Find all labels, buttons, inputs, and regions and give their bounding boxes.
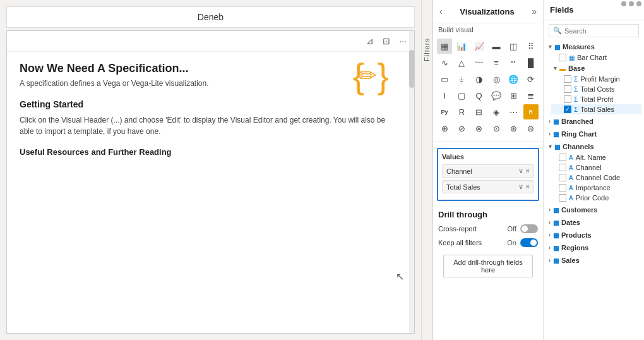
field-item-profitmargin[interactable]: Σ Profit Margin [551,74,641,84]
viz-table-icon[interactable]: ▦ [437,39,452,54]
more-btn[interactable]: ··· [397,35,409,47]
viz-pie-icon[interactable]: ◑ [472,71,487,87]
scroll-thumb[interactable] [409,50,414,88]
close-icon2[interactable]: × [526,183,530,191]
base-header[interactable]: ▾ ▬ Base [551,63,641,74]
close-icon[interactable]: × [526,167,530,175]
viz-kpi-icon[interactable]: Ⅰ [437,88,452,103]
channelcode-checkbox[interactable] [559,174,566,181]
regions-label: Regions [561,244,588,252]
expand-btn[interactable]: » [530,5,538,18]
filter-btn[interactable]: ⊿ [364,35,376,47]
ringchart-header[interactable]: › ▦ Ring Chart [546,128,641,140]
viz-line-icon[interactable]: 📈 [472,39,487,54]
fields-list: ▾ ▦ Measures ▦ Bar Chart ▾ ▬ Base Σ [544,41,644,340]
measures-header[interactable]: ▾ ▦ Measures [546,41,641,52]
table-icon7: ▦ [553,219,559,226]
keep-filters-track[interactable] [520,238,538,247]
priorcode-checkbox[interactable] [559,194,566,202]
text-icon5: A [569,195,573,202]
field-item-importance[interactable]: A Importance [546,183,641,193]
products-header[interactable]: › ▦ Products [546,229,641,241]
filters-panel[interactable]: Filters [421,0,432,340]
viz-py-icon[interactable]: Py [437,104,452,119]
viz-column-icon[interactable]: █ [523,55,539,70]
viz-extra2-icon[interactable]: ⊘ [454,121,469,136]
customers-header[interactable]: › ▦ Customers [546,204,641,216]
viz-panel-header: ‹ Visualizations » [433,0,543,23]
totalsales-checkbox[interactable]: ✓ [564,106,571,113]
scroll-bar[interactable] [409,31,414,333]
channels-header[interactable]: ▾ ▦ Channels [546,141,641,152]
totalcosts-label: Total Costs [580,85,614,93]
chevron-right-icon: › [549,118,551,124]
viz-triangle-icon[interactable]: △ [454,55,469,70]
collapse-btn[interactable]: ‹ [438,5,444,18]
field-item-priorcode[interactable]: A Prior Code [546,193,641,203]
totalprofit-checkbox[interactable] [564,95,571,103]
viz-custom2-icon[interactable]: R [523,104,539,119]
field-item-totalsales[interactable]: ✓ Σ Total Sales [551,104,641,114]
base-label: Base [568,64,585,72]
field-item-barchart[interactable]: ▦ Bar Chart [546,52,641,63]
viz-donut-icon[interactable]: ◎ [489,71,504,87]
field-item-totalcosts[interactable]: Σ Total Costs [551,84,641,94]
chevron-right-icon5: › [549,232,551,238]
keep-filters-toggle[interactable]: On [507,238,538,247]
viz-funnel-icon[interactable]: ⏚ [454,71,469,87]
cross-report-toggle[interactable]: Off [508,224,538,233]
altname-checkbox[interactable] [559,154,566,161]
viz-r-icon[interactable]: R [454,104,469,119]
cross-report-track[interactable] [520,224,538,233]
totalcosts-checkbox[interactable] [564,85,571,93]
barchart-checkbox[interactable] [559,54,566,61]
viz-hbar-icon[interactable]: ▭ [437,71,452,87]
field-item-channelcode[interactable]: A Channel Code [546,173,641,183]
viz-multibar-icon[interactable]: ≡ [489,55,504,70]
add-drill-button[interactable]: Add drill-through fields here [443,255,533,277]
viz-card-icon[interactable]: ▢ [454,88,469,103]
viz-map-icon[interactable]: 🌐 [506,71,521,87]
focus-btn[interactable]: ⊡ [380,35,393,47]
regions-header[interactable]: › ▦ Regions [546,242,641,253]
viz-extra3-icon[interactable]: ⊗ [472,121,487,136]
branched-header[interactable]: › ▦ Branched [546,116,641,127]
field-item-channel[interactable]: A Channel [546,162,641,173]
viz-dotplot-icon[interactable]: ⠒ [506,55,521,70]
viz-custom1-icon[interactable]: ⋯ [506,104,521,119]
value-field-channel[interactable]: Channel ∨ × [442,164,534,178]
viz-area-icon[interactable]: ◫ [506,39,521,54]
canvas-toolbar: ⊿ ⊡ ··· [7,31,414,52]
viz-slicer-icon[interactable]: ≣ [523,88,539,103]
viz-ribbon-icon[interactable]: ∿ [437,55,452,70]
importance-checkbox[interactable] [559,184,566,191]
viz-gauge-icon[interactable]: ⟳ [523,71,539,87]
profitmargin-checkbox[interactable] [564,75,571,83]
viz-wave-icon[interactable]: 〰 [472,55,487,70]
viz-grid2-icon[interactable]: ⊟ [472,104,487,119]
field-item-totalprofit[interactable]: Σ Total Profit [551,94,641,104]
field-group-ringchart: › ▦ Ring Chart [546,128,641,140]
search-box[interactable]: 🔍 [549,24,639,37]
viz-extra6-icon[interactable]: ⊜ [523,121,539,136]
chevron-down-icon2[interactable]: ∨ [518,183,523,191]
viz-button-icon[interactable]: ⊞ [506,88,521,103]
dates-label: Dates [561,219,580,226]
viz-extra1-icon[interactable]: ⊕ [437,121,452,136]
viz-bar2-icon[interactable]: ▬ [489,39,504,54]
viz-chat-icon[interactable]: 💬 [489,88,504,103]
chevron-down-icon[interactable]: ∨ [518,167,523,175]
dates-header[interactable]: › ▦ Dates [546,217,641,228]
value-field-totalsales[interactable]: Total Sales ∨ × [442,180,534,193]
viz-bar-icon[interactable]: 📊 [454,39,469,54]
viz-extra4-icon[interactable]: ⊙ [489,121,504,136]
resources-heading: Useful Resources and Further Reading [20,147,402,157]
channel-checkbox[interactable] [559,164,566,171]
search-input[interactable] [564,27,635,35]
viz-qna-icon[interactable]: Q [472,88,487,103]
field-item-altname[interactable]: A Alt. Name [546,152,641,162]
sales-header[interactable]: › ▦ Sales [546,255,641,266]
viz-scatter-icon[interactable]: ⠿ [523,39,539,54]
viz-extra5-icon[interactable]: ⊛ [506,121,521,136]
viz-shape-icon[interactable]: ◈ [489,104,504,119]
